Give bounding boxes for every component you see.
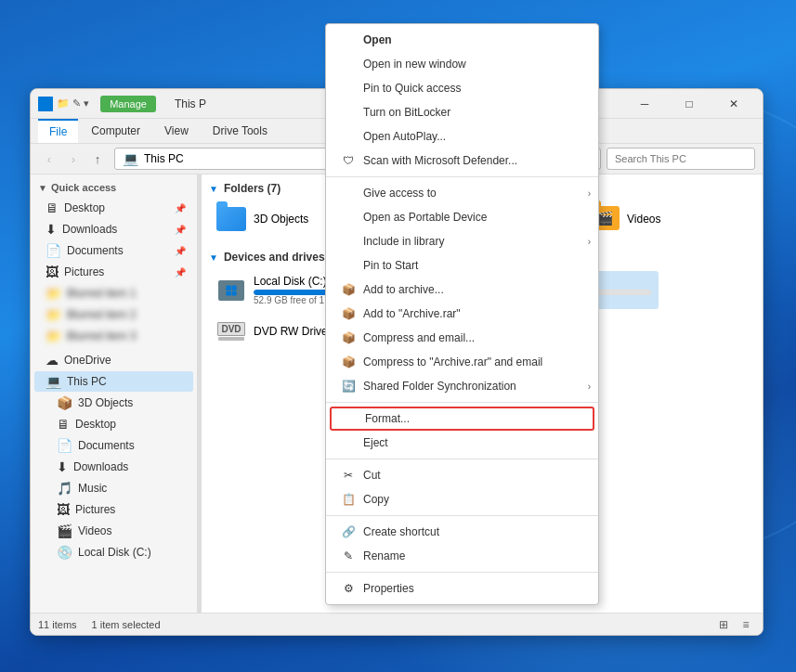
archive-icon: 📦 — [341, 282, 356, 297]
cut-icon: ✂ — [341, 468, 356, 483]
manage-button[interactable]: Manage — [100, 96, 156, 112]
sidebar-item-desktop2[interactable]: 🖥 Desktop — [34, 414, 193, 434]
forward-button[interactable]: › — [62, 149, 85, 169]
menu-portable-label: Open as Portable Device — [363, 211, 487, 224]
list-view-button[interactable]: ≡ — [737, 615, 755, 634]
sidebar-item-downloads2[interactable]: ⬇ Downloads — [34, 457, 193, 477]
videos2-icon: 🎬 — [57, 523, 72, 538]
menu-item-bitlocker[interactable]: Turn on BitLocker — [326, 100, 598, 124]
sidebar-item-desktop[interactable]: 🖥 Desktop 📌 — [34, 198, 193, 218]
close-button[interactable]: ✕ — [712, 89, 755, 119]
sidebar-item-this-pc[interactable]: 💻 This PC — [34, 371, 193, 392]
explorer-icon — [38, 97, 53, 111]
maximize-button[interactable]: □ — [668, 89, 711, 119]
menu-item-pin-start[interactable]: Pin to Start — [326, 253, 598, 278]
menu-item-eject[interactable]: Eject — [326, 431, 598, 455]
menu-item-open-new-window[interactable]: Open in new window — [326, 52, 598, 76]
compress-email-icon: 📦 — [341, 330, 356, 345]
menu-item-copy[interactable]: 📋 Copy — [326, 487, 598, 511]
sidebar-item-videos2[interactable]: 🎬 Videos — [34, 521, 193, 541]
menu-item-include-library[interactable]: Include in library › — [326, 229, 598, 253]
onedrive-icon: ☁ — [46, 353, 59, 368]
pictures2-icon: 🖼 — [57, 502, 70, 517]
sidebar-item-pictures2[interactable]: 🖼 Pictures — [34, 499, 193, 520]
menu-item-rename[interactable]: ✎ Rename — [326, 544, 598, 568]
open-new-icon — [341, 57, 356, 71]
folder-3d-objects[interactable]: 3D Objects — [209, 202, 330, 236]
sidebar-item-pictures[interactable]: 🖼 Pictures 📌 — [34, 262, 193, 282]
sync-icon: 🔄 — [341, 379, 356, 394]
menu-compress-rar-label: Compress to "Archive.rar" and email — [363, 355, 542, 368]
menu-format-label: Format... — [365, 412, 410, 425]
menu-item-cut[interactable]: ✂ Cut — [326, 463, 598, 487]
dvd-rw-icon: DVD — [216, 317, 246, 346]
folder-videos-label: Videos — [627, 213, 660, 226]
menu-autoplay-label: Open AutoPlay... — [363, 130, 446, 143]
window-controls: ─ □ ✕ — [623, 89, 755, 119]
separator-2 — [326, 402, 598, 403]
menu-copy-label: Copy — [363, 493, 389, 506]
menu-item-portable[interactable]: Open as Portable Device — [326, 205, 598, 229]
menu-item-add-archive[interactable]: 📦 Add to archive... — [326, 278, 598, 302]
minimize-button[interactable]: ─ — [623, 89, 666, 119]
3d-objects-icon: 📦 — [57, 395, 72, 410]
defender-icon: 🛡 — [341, 153, 356, 168]
folder-3d-label: 3D Objects — [254, 213, 308, 226]
tab-computer[interactable]: Computer — [80, 119, 151, 143]
sidebar-this-pc-label: This PC — [67, 375, 107, 388]
menu-item-add-archive-rar[interactable]: 📦 Add to "Archive.rar" — [326, 302, 598, 326]
pin-icon-docs: 📌 — [175, 246, 186, 256]
menu-item-properties[interactable]: ⚙ Properties — [326, 576, 598, 601]
up-button[interactable]: ↑ — [86, 149, 109, 169]
menu-eject-label: Eject — [363, 436, 388, 449]
menu-item-compress-rar-email[interactable]: 📦 Compress to "Archive.rar" and email — [326, 350, 598, 374]
sidebar-desktop2-label: Desktop — [75, 418, 116, 431]
menu-item-autoplay[interactable]: Open AutoPlay... — [326, 124, 598, 149]
menu-add-archive-label: Add to archive... — [363, 283, 444, 296]
quick-access-header[interactable]: ▼ Quick access — [31, 178, 197, 197]
tab-file[interactable]: File — [38, 119, 78, 143]
folders-arrow: ▼ — [209, 184, 218, 194]
sidebar-item-blurred-3: 📁 Blurred item 3 — [34, 326, 193, 346]
menu-item-give-access[interactable]: Give access to › — [326, 181, 598, 205]
selected-count: 1 item selected — [92, 619, 161, 630]
sidebar-downloads-label: Downloads — [62, 223, 117, 236]
menu-item-create-shortcut[interactable]: 🔗 Create shortcut — [326, 520, 598, 544]
folder-videos[interactable]: 🎬 Videos — [582, 202, 703, 236]
menu-properties-label: Properties — [363, 582, 414, 595]
desktop-icon: 🖥 — [46, 200, 59, 215]
sidebar-item-documents[interactable]: 📄 Documents 📌 — [34, 240, 193, 261]
sidebar-item-3d-objects[interactable]: 📦 3D Objects — [34, 393, 193, 413]
menu-item-pin-quick-access[interactable]: Pin to Quick access — [326, 76, 598, 100]
separator-1 — [326, 176, 598, 177]
menu-item-format[interactable]: Format... — [330, 407, 594, 431]
menu-give-access-label: Give access to — [363, 187, 437, 200]
sidebar-item-onedrive[interactable]: ☁ OneDrive — [34, 350, 193, 370]
sync-arrow: › — [588, 381, 591, 392]
sidebar-dl2-label: Downloads — [73, 460, 128, 473]
tab-drive-tools[interactable]: Drive Tools — [202, 119, 279, 143]
search-input[interactable] — [607, 148, 755, 170]
menu-item-shared-folder-sync[interactable]: 🔄 Shared Folder Synchronization › — [326, 374, 598, 398]
sidebar-item-blurred-2: 📁 Blurred item 2 — [34, 304, 193, 325]
sidebar-item-music2[interactable]: 🎵 Music — [34, 478, 193, 498]
sidebar-item-local-disk[interactable]: 💿 Local Disk (C:) — [34, 542, 193, 562]
menu-item-compress-email[interactable]: 📦 Compress and email... — [326, 326, 598, 350]
tile-view-button[interactable]: ⊞ — [714, 615, 733, 634]
sidebar-onedrive-label: OneDrive — [64, 354, 111, 367]
sidebar-music2-label: Music — [78, 482, 107, 495]
folders-header-text: Folders (7) — [224, 182, 281, 195]
menu-item-open[interactable]: Open — [326, 28, 598, 52]
sidebar-docs2-label: Documents — [78, 439, 135, 452]
back-button[interactable]: ‹ — [38, 149, 60, 169]
sidebar-item-downloads[interactable]: ⬇ Downloads 📌 — [34, 219, 193, 239]
menu-item-defender[interactable]: 🛡 Scan with Microsoft Defender... — [326, 149, 598, 173]
separator-4 — [326, 515, 598, 516]
nav-buttons: ‹ › ↑ — [38, 149, 109, 169]
menu-bitlocker-label: Turn on BitLocker — [363, 106, 450, 119]
format-icon — [343, 411, 358, 426]
downloads2-icon: ⬇ — [57, 459, 68, 474]
sidebar-item-documents2[interactable]: 📄 Documents — [34, 435, 193, 456]
quick-access-toolbar: 📁 ✎ ▾ — [57, 97, 89, 110]
tab-view[interactable]: View — [153, 119, 200, 143]
